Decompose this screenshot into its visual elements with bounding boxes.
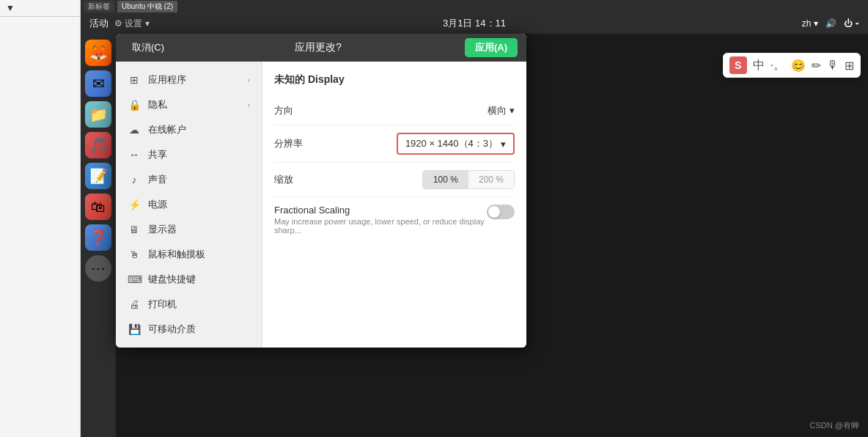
display-section-title: 未知的 Display <box>274 73 515 87</box>
lang-selector[interactable]: zh ▾ <box>802 18 818 29</box>
s-logo-icon[interactable]: S <box>729 56 747 74</box>
apply-button[interactable]: 应用(A) <box>465 38 518 57</box>
fractional-row: Fractional Scaling May increase power us… <box>274 197 515 242</box>
left-panel: ▼ <box>0 0 81 437</box>
left-panel-dropdown[interactable]: ▼ <box>0 0 80 17</box>
mouse-icon: 🖱 <box>128 249 141 260</box>
sidebar-item-power[interactable]: ⚡ 电源 <box>116 192 262 217</box>
printer-icon: 🖨 <box>128 298 141 310</box>
power-icon: ⚡ <box>128 199 141 210</box>
sidebar-label-privacy: 隐私 <box>148 98 167 111</box>
fractional-toggle[interactable] <box>487 205 515 219</box>
privacy-icon: 🔒 <box>128 99 141 111</box>
sound-icon: ♪ <box>128 174 141 186</box>
sidebar-item-online[interactable]: ☁ 在线帐户 <box>116 117 262 142</box>
sidebar-item-mouse[interactable]: 🖱 鼠标和触摸板 <box>116 242 262 267</box>
sidebar-item-sound[interactable]: ♪ 声音 <box>116 167 262 192</box>
sidebar-label-online: 在线帐户 <box>148 123 186 136</box>
browser-tab-bar: 新标签 Ubuntu 中稳 (2) <box>81 0 868 13</box>
dock-icon-rhythmbox[interactable]: 🎵 <box>85 132 111 158</box>
datetime-display: 3月1日 14：11 <box>443 17 506 30</box>
resolution-label: 分辨率 <box>274 137 397 150</box>
scale-200-button[interactable]: 200 % <box>468 171 514 188</box>
resolution-row: 分辨率 1920 × 1440（4：3） ▾ <box>274 125 515 163</box>
sidebar-label-power: 电源 <box>148 198 167 211</box>
sidebar-item-printer[interactable]: 🖨 打印机 <box>116 292 262 317</box>
ubuntu-dock: 🦊 ✉ 📁 🎵 📝 🛍 ❓ ⋯ <box>81 34 116 437</box>
dock-icon-mail[interactable]: ✉ <box>85 70 111 97</box>
dock-icon-writer[interactable]: 📝 <box>85 163 111 189</box>
ubuntu-topbar: 活动 ⚙ 设置 ▾ 3月1日 14：11 zh ▾ 🔊 ⏻ ▾ <box>81 13 868 34</box>
settings-title: 应用更改? <box>177 41 459 54</box>
fractional-info: Fractional Scaling May increase power us… <box>274 205 487 235</box>
sidebar-item-apps[interactable]: ⊞ 应用程序 › <box>116 67 262 92</box>
scale-buttons-group: 100 % 200 % <box>422 170 515 189</box>
pen-icon[interactable]: ✏ <box>812 59 821 73</box>
fractional-subtitle: May increase power usage, lower speed, o… <box>274 217 487 235</box>
arrow-icon-privacy: › <box>247 100 250 109</box>
settings-window: 取消(C) 应用更改? 应用(A) ⊞ 应用程序 › 🔒 隐私 › ☁ <box>116 34 526 348</box>
sidebar-item-share[interactable]: ↔ 共享 <box>116 142 262 167</box>
sidebar-label-apps: 应用程序 <box>148 73 186 87</box>
orientation-value[interactable]: 横向 ▾ <box>488 104 515 117</box>
resolution-value: 1920 × 1440（4：3） <box>405 137 498 150</box>
activities-button[interactable]: 活动 <box>89 17 108 30</box>
zh-input-icon[interactable]: 中 <box>753 58 765 73</box>
arrow-icon-apps: › <box>247 76 250 84</box>
emoji-icon[interactable]: 😊 <box>791 59 806 73</box>
scale-100-button[interactable]: 100 % <box>423 171 468 188</box>
sidebar-item-display[interactable]: 🖥 显示器 <box>116 217 262 242</box>
settings-body: ⊞ 应用程序 › 🔒 隐私 › ☁ 在线帐户 ↔ 共享 <box>116 62 526 348</box>
keyboard-icon: ⌨ <box>128 273 141 285</box>
sidebar-label-sound: 声音 <box>148 173 167 186</box>
settings-titlebar: 取消(C) 应用更改? 应用(A) <box>116 34 526 62</box>
toggle-knob <box>488 206 500 218</box>
sidebar-item-privacy[interactable]: 🔒 隐私 › <box>116 92 262 117</box>
punctuation-icon[interactable]: ·。 <box>770 58 785 73</box>
sidebar-item-keyboard[interactable]: ⌨ 键盘快捷键 <box>116 267 262 292</box>
mic-icon[interactable]: 🎙 <box>827 59 839 72</box>
tab-ubuntu[interactable]: Ubuntu 中稳 (2) <box>117 1 177 12</box>
sidebar-label-share: 共享 <box>148 148 167 161</box>
sidebar-label-display: 显示器 <box>148 223 177 236</box>
online-icon: ☁ <box>128 124 141 136</box>
resolution-chevron-icon: ▾ <box>501 139 506 150</box>
volume-icon[interactable]: 🔊 <box>825 18 836 29</box>
csdn-watermark: CSDN @有蝉 <box>810 420 859 431</box>
share-icon: ↔ <box>128 149 141 161</box>
topbar-right: zh ▾ 🔊 ⏻ ▾ <box>802 18 859 29</box>
sidebar-item-removable[interactable]: 💾 可移动介质 <box>116 317 262 342</box>
tab-new[interactable]: 新标签 <box>84 1 114 12</box>
power-icon[interactable]: ⏻ ▾ <box>844 18 859 29</box>
display-icon: 🖥 <box>128 224 141 235</box>
scale-row: 缩放 100 % 200 % <box>274 163 515 197</box>
desktop-area: 活动 ⚙ 设置 ▾ 3月1日 14：11 zh ▾ 🔊 ⏻ ▾ 🦊 ✉ 📁 🎵 … <box>81 13 868 437</box>
sidebar-label-printer: 打印机 <box>148 298 177 311</box>
fractional-title: Fractional Scaling <box>274 205 487 216</box>
apps-icon: ⊞ <box>128 74 141 86</box>
sidebar-label-removable: 可移动介质 <box>148 323 196 336</box>
sidebar-label-keyboard: 键盘快捷键 <box>148 273 196 286</box>
dock-icon-apps[interactable]: ⋯ <box>85 255 111 282</box>
settings-sidebar: ⊞ 应用程序 › 🔒 隐私 › ☁ 在线帐户 ↔ 共享 <box>116 62 262 348</box>
cancel-button[interactable]: 取消(C) <box>125 39 172 56</box>
resolution-dropdown[interactable]: 1920 × 1440（4：3） ▾ <box>397 133 515 155</box>
grid-icon[interactable]: ⊞ <box>845 59 854 73</box>
dock-icon-appstore[interactable]: 🛍 <box>85 194 111 220</box>
dock-icon-firefox[interactable]: 🦊 <box>85 40 111 66</box>
input-toolbar: S 中 ·。 😊 ✏ 🎙 ⊞ <box>723 53 861 78</box>
removable-icon: 💾 <box>128 323 141 335</box>
dock-icon-files[interactable]: 📁 <box>85 101 111 128</box>
orientation-label: 方向 <box>274 104 488 117</box>
orientation-row: 方向 横向 ▾ <box>274 97 515 125</box>
sidebar-label-mouse: 鼠标和触摸板 <box>148 248 205 261</box>
scale-label: 缩放 <box>274 173 422 186</box>
settings-content: 未知的 Display 方向 横向 ▾ 分辨率 1920 × 1440（4：3）… <box>262 62 526 348</box>
dock-icon-help[interactable]: ❓ <box>85 224 111 251</box>
settings-menu-button[interactable]: ⚙ 设置 ▾ <box>114 18 150 30</box>
